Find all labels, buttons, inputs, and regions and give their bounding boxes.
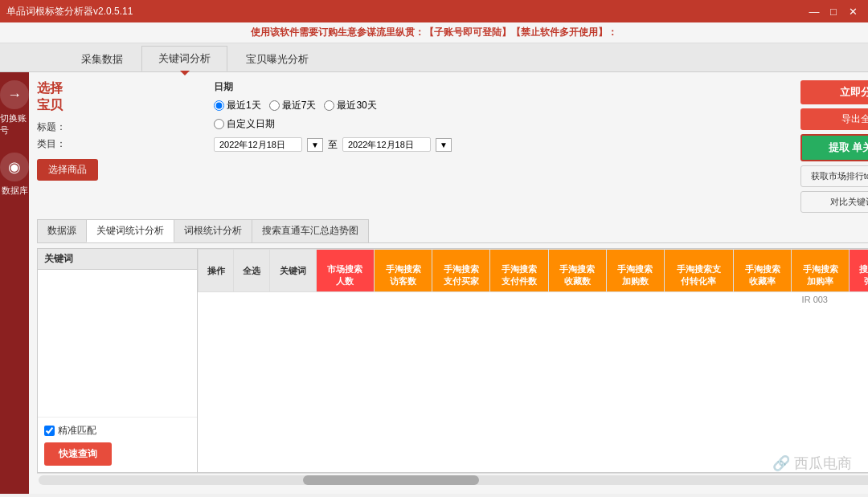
date-section: 日期 最近1天 最近7天 最近30天 <box>214 80 452 213</box>
product-title-row: 标题： <box>37 120 198 134</box>
col-header-s8: 手淘搜索 加购率 <box>792 250 850 292</box>
date-to-dropdown[interactable]: ▼ <box>436 138 452 152</box>
extract-keyword-button[interactable]: 提取 单关键词 <box>800 134 868 161</box>
date-range-inputs: ▼ 至 ▼ <box>214 137 452 152</box>
main-layout: → 切换账号 ◉ 数据库 选择宝贝 标题： 类目： <box>0 72 868 494</box>
warning-bar: 使用该软件需要订购生意参谋流里纵贯：【子账号即可登陆】【禁止软件多开使用】： <box>0 22 868 43</box>
sidebar: → 切换账号 ◉ 数据库 <box>0 72 29 494</box>
minimize-button[interactable]: — <box>805 4 823 18</box>
horizontal-scrollbar[interactable] <box>37 473 868 486</box>
keyword-panel: 关键词 精准匹配 快速查询 <box>37 248 198 473</box>
sub-tab-root-stats[interactable]: 词根统计分析 <box>174 219 252 242</box>
content-area: 选择宝贝 标题： 类目： 选择商品 日期 <box>29 72 868 494</box>
col-header-s1: 手淘搜索 访客数 <box>375 250 432 292</box>
date-radios: 最近1天 最近7天 最近30天 <box>214 99 452 112</box>
keyword-list[interactable] <box>38 270 197 417</box>
keyword-panel-header: 关键词 <box>38 249 197 270</box>
sub-tabs: 数据源 关键词统计分析 词根统计分析 搜索直通车汇总趋势图 <box>37 219 868 243</box>
col-header-search: 搜索反 弹率 <box>850 250 868 292</box>
database-icon: ◉ <box>0 153 29 181</box>
sub-tab-datasource[interactable]: 数据源 <box>37 219 87 242</box>
fetch-market-button[interactable]: 获取市场排行top搜索人数 <box>800 165 868 187</box>
col-header-keyword: 关键词 <box>269 250 316 292</box>
compare-button[interactable]: 对比关键词数据 <box>800 191 868 213</box>
col-header-s7: 手淘搜索 收藏率 <box>733 250 791 292</box>
col-header-s6: 手淘搜索支 付转化率 <box>664 250 733 292</box>
date-radio-30day[interactable]: 最近30天 <box>324 99 376 112</box>
action-buttons: 立即分析 导出全部 提取 单关键词 获取市场排行top搜索人数 对比关键词数据 <box>800 80 868 213</box>
date-to-input[interactable] <box>342 137 431 152</box>
date-from-input[interactable] <box>214 137 302 152</box>
col-header-s3: 手淘搜索 支付件数 <box>490 250 548 292</box>
scrollbar-track[interactable] <box>39 475 868 485</box>
date-from-dropdown[interactable]: ▼ <box>307 138 323 152</box>
analyze-button[interactable]: 立即分析 <box>800 80 868 104</box>
nav-tab-keyword[interactable]: 关键词分析 <box>141 46 227 71</box>
col-header-select: 全选 <box>234 250 269 292</box>
quick-search-button[interactable]: 快速查询 <box>44 442 112 466</box>
close-button[interactable]: ✕ <box>844 4 862 18</box>
date-radio-1day[interactable]: 最近1天 <box>214 99 261 112</box>
data-table-wrapper[interactable]: 操作 全选 关键词 市场搜索 人数 <box>198 248 868 473</box>
col-header-op: 操作 <box>199 250 234 292</box>
nav-tab-baby[interactable]: 宝贝曝光分析 <box>229 47 326 71</box>
data-table: 操作 全选 关键词 市场搜索 人数 <box>198 249 868 292</box>
scrollbar-thumb[interactable] <box>303 475 479 485</box>
sub-tab-search-trend[interactable]: 搜索直通车汇总趋势图 <box>252 219 369 242</box>
sub-tab-keyword-stats[interactable]: 关键词统计分析 <box>86 219 174 242</box>
col-header-market: 市场搜索 人数 <box>316 250 374 292</box>
export-button[interactable]: 导出全部 <box>800 108 868 130</box>
maximize-button[interactable]: □ <box>825 4 842 18</box>
precise-match-checkbox[interactable]: 精准匹配 <box>44 424 190 438</box>
keyword-footer: 精准匹配 快速查询 <box>38 417 197 472</box>
date-radio-7day[interactable]: 最近7天 <box>269 99 317 112</box>
date-radio-custom[interactable]: 自定义日期 <box>214 117 452 131</box>
sidebar-item-switch-account[interactable]: → 切换账号 <box>0 80 29 136</box>
nav-tab-collect[interactable]: 采集数据 <box>64 47 140 71</box>
section-title: 选择宝贝 <box>37 80 198 114</box>
sidebar-item-database[interactable]: ◉ 数据库 <box>0 153 29 197</box>
col-header-s5: 手淘搜索 加购数 <box>606 250 664 292</box>
col-header-s4: 手淘搜索 收藏数 <box>548 250 606 292</box>
choose-product-button[interactable]: 选择商品 <box>37 159 98 181</box>
top-section: 选择宝贝 标题： 类目： 选择商品 日期 <box>37 80 868 213</box>
nav-tabs: 采集数据 关键词分析 宝贝曝光分析 <box>0 43 868 72</box>
window-controls: — □ ✕ <box>805 4 862 18</box>
product-category-row: 类目： <box>37 137 198 151</box>
table-area: 关键词 精准匹配 快速查询 <box>37 248 868 473</box>
active-tab-arrow <box>180 71 190 75</box>
title-bar: 单品词根标签分析器v2.0.5.11 — □ ✕ <box>0 0 868 22</box>
switch-account-icon: → <box>0 80 29 109</box>
app-title: 单品词根标签分析器v2.0.5.11 <box>6 5 133 18</box>
col-header-s2: 手淘搜索 支付买家 <box>432 250 490 292</box>
